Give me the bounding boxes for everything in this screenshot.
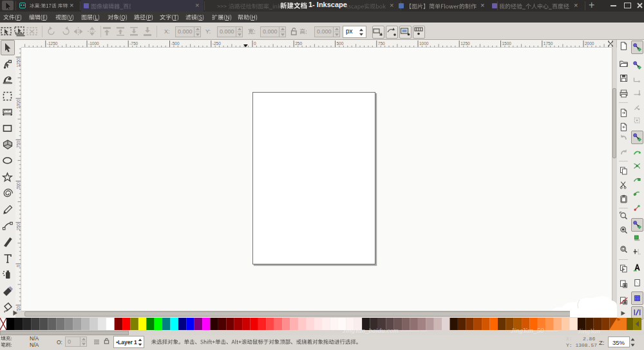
svg-text:250: 250 — [295, 41, 302, 46]
svg-text:750: 750 — [378, 41, 385, 46]
svg-text:-500: -500 — [171, 41, 180, 46]
svg-text:1500: 1500 — [502, 41, 512, 46]
svg-text:2000: 2000 — [585, 41, 594, 46]
svg-text:1750: 1750 — [544, 41, 553, 46]
svg-text:1250: 1250 — [460, 41, 470, 46]
svg-text:1000: 1000 — [419, 41, 429, 46]
svg-text:1250: 1250 — [16, 58, 21, 68]
svg-text:0: 0 — [16, 264, 21, 267]
svg-text:-1000: -1000 — [88, 41, 99, 46]
svg-text:-750: -750 — [129, 41, 138, 46]
svg-text:1000: 1000 — [16, 99, 21, 109]
svg-text:-1250: -1250 — [47, 41, 58, 46]
svg-text:500: 500 — [337, 41, 344, 46]
svg-text:0: 0 — [254, 41, 256, 46]
svg-text:-250: -250 — [213, 41, 221, 46]
